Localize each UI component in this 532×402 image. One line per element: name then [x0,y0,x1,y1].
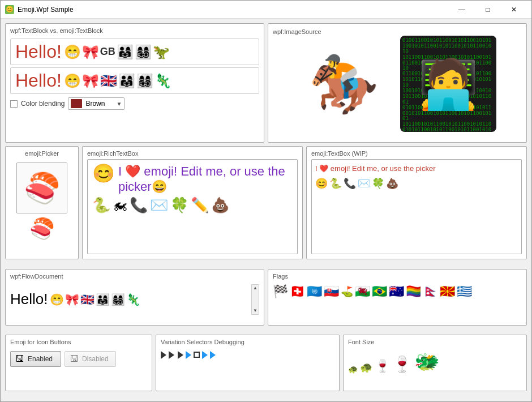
icon-buttons-row: 🖫 Enabled 🖫 Disabled [10,351,147,367]
close-button[interactable]: ✕ [501,1,527,19]
rtb-smiley: 😊 [92,164,115,182]
hello-text-2: Hello! [15,70,62,91]
app-icon: 😊 [5,5,14,14]
play-icon-blue-3[interactable] [210,351,216,359]
font-size-emoji-4: 🍷 [392,355,412,374]
app-window: 😊 Emoji.Wpf Sample — □ ✕ wpf:TextBlock v… [0,0,532,402]
disabled-button-label: Disabled [82,355,109,363]
flowdoc-scrollbar[interactable]: ▲ ▼ [251,284,259,315]
minimize-button[interactable]: — [449,1,475,19]
emoji-row-1: 😁 🎀 GB 👨‍👩‍👧 👩‍👩‍👧‍👦 🦖 [64,44,170,60]
picker-panel: emoji:Picker 🍣 🍣 [5,146,79,259]
enabled-button-icon: 🖫 [15,354,24,364]
enabled-button[interactable]: 🖫 Enabled [10,351,61,367]
image-source-title: wpf:ImageSource [273,28,321,35]
play-icon-blue[interactable] [186,351,191,359]
flags-title: Flags [273,273,522,280]
color-select[interactable]: Brown ▼ [68,97,125,110]
wip-emojis: 😊 🐍 📞 ✉️ 🍀 💩 [315,177,518,190]
richtextbox-title: emoji:RichTextBox [87,150,298,157]
play-icon-blue-2[interactable] [202,351,208,359]
color-select-value: Brown [85,100,113,108]
square-outline-icon[interactable] [194,352,200,358]
horse-image: 🏇 [298,36,389,132]
rtb-text: I ❤️ emoji! Edit me, or use the picker😄 [118,164,293,194]
flow-hello: Hello! [10,290,48,308]
icon-buttons-title: Emoji for Icon Buttons [10,339,147,345]
row2: emoji:Picker 🍣 🍣 emoji:RichTextBox 😊 I ❤… [5,146,527,259]
font-size-emoji-1: 🐢 [348,365,358,374]
wip-text: I ❤️ emoji! Edit me, or use the picker [315,163,518,175]
color-blend-row: Color blending Brown ▼ [10,97,259,110]
scroll-up-icon: ▲ [253,286,258,290]
play-icon-2[interactable] [169,351,174,359]
wip-content[interactable]: I ❤️ emoji! Edit me, or use the picker 😊… [311,159,522,254]
row4: Emoji for Icon Buttons 🖫 Enabled 🖫 Disab… [5,335,527,391]
color-blend-label: Color blending [21,100,65,108]
enabled-button-label: Enabled [28,355,53,363]
rtb-header: 😊 I ❤️ emoji! Edit me, or use the picker… [92,164,293,194]
flow-emojis: 😁 🎀 🇬🇧 👨‍👩‍👧 👩‍👩‍👧‍👦 🦎 [50,293,140,306]
font-size-emoji-5: 🐲 [414,350,440,374]
hello-text: Hello! [15,41,62,62]
disabled-button: 🖫 Disabled [65,351,116,367]
scroll-down-icon: ▼ [253,309,258,313]
play-icon-3[interactable] [178,351,183,359]
color-swatch [71,99,82,108]
row1: wpf:TextBlock vs. emoji:TextBlock Hello!… [5,23,527,143]
picker-title: emoji:Picker [25,150,59,157]
disabled-button-icon: 🖫 [70,354,79,364]
image-content: 🏇 01001100101011001010110010101100101011… [273,36,522,132]
flowdoc-title: wpf:FlowDocument [10,273,259,280]
variation-selectors-panel: Variation Selectors Debugging [156,335,340,391]
emoji-textblock-row: Hello! 😁 🎀 🇬🇧 👨‍👩‍👧 👩‍👩‍👧‍👦 🦎 [10,67,259,94]
font-size-emoji-3: 🍷 [375,359,390,374]
select-arrow-icon: ▼ [116,101,122,107]
font-size-emoji-2: 🐢 [360,361,372,374]
flowdoc-content: Hello! 😁 🎀 🇬🇧 👨‍👩‍👧 👩‍👩‍👧‍👦 🦎 ▲ [10,284,259,315]
textbox-wip-panel: emoji:TextBox (WIP) I ❤️ emoji! Edit me,… [306,146,527,259]
icon-buttons-panel: Emoji for Icon Buttons 🖫 Enabled 🖫 Disab… [5,335,152,391]
maximize-button[interactable]: □ [475,1,501,19]
richtextbox-panel: emoji:RichTextBox 😊 I ❤️ emoji! Edit me,… [82,146,303,259]
font-size-content: 🐢 🐢 🍷 🍷 🐲 [348,350,522,374]
emoji-row-2: 😁 🎀 🇬🇧 👨‍👩‍👧 👩‍👩‍👧‍👦 🦎 [64,73,171,89]
main-content: wpf:TextBlock vs. emoji:TextBlock Hello!… [1,19,531,401]
picker-box[interactable]: 🍣 [16,162,67,213]
window-title: Emoji.Wpf Sample [18,6,449,14]
picker-main-emoji: 🍣 [24,171,61,206]
textblock-panel: wpf:TextBlock vs. emoji:TextBlock Hello!… [5,23,264,143]
tech-person-emoji: 🧑‍💻 [418,60,478,108]
picker-extra-emoji: 🍣 [29,217,55,241]
window-controls: — □ ✕ [449,1,527,19]
wpf-textblock-row: Hello! 😁 🎀 GB 👨‍👩‍👧 👩‍👩‍👧‍👦 🦖 [10,39,259,65]
richtextbox-content[interactable]: 😊 I ❤️ emoji! Edit me, or use the picker… [87,159,298,254]
tech-person-image: 0100110010101100101011001010110010101100… [400,36,496,132]
var-sel-content [161,351,334,359]
textbox-wip-title: emoji:TextBox (WIP) [311,150,522,157]
font-size-title: Font Size [348,339,522,345]
flags-panel: Flags 🏁 🇨🇭 🇺🇳 🇸🇰 ⛳ 🏴󠁧󠁢󠁷󠁬󠁳󠁿 🇧🇷 🇦🇺 🏳️‍🌈 🇳🇵… [268,269,527,326]
color-blend-checkbox[interactable] [10,100,18,108]
var-sel-title: Variation Selectors Debugging [161,339,334,345]
titlebar: 😊 Emoji.Wpf Sample — □ ✕ [1,1,531,19]
image-source-panel: wpf:ImageSource 🏇 0100110010101100101011… [268,23,527,143]
textblock-title: wpf:TextBlock vs. emoji:TextBlock [10,27,259,34]
flowdoc-text-area: Hello! 😁 🎀 🇬🇧 👨‍👩‍👧 👩‍👩‍👧‍👦 🦎 [10,290,251,308]
row3: wpf:FlowDocument Hello! 😁 🎀 🇬🇧 👨‍👩‍👧 👩‍👩… [5,269,527,326]
font-size-panel: Font Size 🐢 🐢 🍷 🍷 🐲 [343,335,527,391]
play-icon-1[interactable] [161,351,166,359]
flags-content: 🏁 🇨🇭 🇺🇳 🇸🇰 ⛳ 🏴󠁧󠁢󠁷󠁬󠁳󠁿 🇧🇷 🇦🇺 🏳️‍🌈 🇳🇵 🇲🇰 🇬🇷 [273,284,522,299]
flowdoc-panel: wpf:FlowDocument Hello! 😁 🎀 🇬🇧 👨‍👩‍👧 👩‍👩… [5,269,264,326]
rtb-emojis: 🐍 🏍 📞 ✉️ 🍀 ✏️ 💩 [92,196,293,214]
